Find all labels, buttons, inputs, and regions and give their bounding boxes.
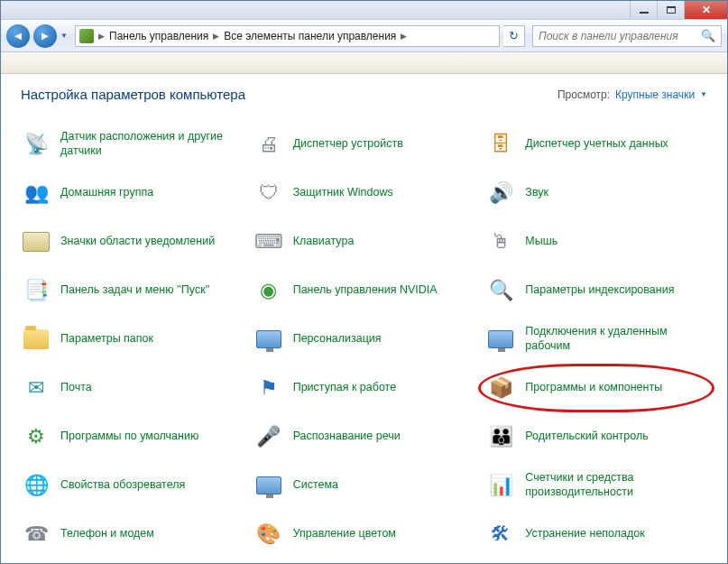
breadcrumb[interactable]: ▶ Панель управления ▶ Все элементы панел… — [75, 25, 500, 47]
cp-item-icon: ✉ — [21, 373, 51, 403]
cp-item-icon — [253, 470, 284, 501]
breadcrumb-item[interactable]: Панель управления — [109, 30, 208, 42]
cp-item[interactable]: 🗄Диспетчер учетных данных — [485, 127, 707, 162]
cp-item-icon: ⚑ — [253, 373, 284, 403]
cp-item-icon: 🛡 — [253, 178, 284, 208]
cp-item-label: Параметры индексирования — [525, 283, 674, 298]
cp-item-label: Подключения к удаленным рабочим — [525, 325, 707, 353]
cp-item-label: Звук — [525, 186, 548, 200]
chevron-right-icon: ▶ — [98, 32, 105, 41]
cp-item[interactable]: 📊Счетчики и средства производительности — [485, 468, 707, 503]
cp-item-icon: 🎤 — [253, 421, 284, 452]
cp-item[interactable]: 🌐Свойства обозревателя — [21, 468, 243, 503]
cp-item-icon: ⌨ — [253, 227, 284, 257]
cp-item[interactable]: 👪Родительский контроль — [485, 420, 707, 454]
cp-item[interactable]: 🔍Параметры индексирования — [485, 273, 707, 308]
cp-item[interactable]: Персонализация — [253, 322, 475, 356]
search-input[interactable] — [539, 30, 697, 42]
nav-forward-button[interactable]: ► — [33, 24, 57, 48]
cp-item-icon: 🖱 — [485, 227, 516, 257]
cp-item[interactable]: ☎Телефон и модем — [21, 517, 243, 551]
cp-item-icon — [21, 227, 51, 257]
cp-item[interactable]: Значки области уведомлений — [21, 225, 243, 259]
chevron-right-icon: ▶ — [213, 32, 219, 41]
cp-item[interactable]: ◉Панель управления NVIDIA — [253, 273, 475, 308]
cp-item-label: Домашняя группа — [60, 186, 153, 200]
close-icon: ✕ — [702, 5, 711, 15]
cp-item-label: Система — [293, 478, 338, 493]
titlebar: ✕ — [1, 1, 727, 20]
view-by-selector[interactable]: Просмотр: Крупные значки ▼ — [558, 88, 707, 101]
cp-item[interactable]: 🛡Защитник Windows — [253, 176, 475, 210]
cp-item[interactable]: Подключения к удаленным рабочим — [485, 322, 707, 356]
cp-item-label: Программы и компоненты — [525, 381, 662, 395]
cp-item[interactable]: 📑Панель задач и меню ''Пуск'' — [21, 273, 243, 308]
cp-item[interactable]: 🖨Диспетчер устройств — [253, 127, 475, 162]
cp-item-icon: 👪 — [485, 421, 516, 452]
cp-item-label: Распознавание речи — [293, 430, 401, 444]
cp-item-label: Почта — [60, 381, 92, 395]
search-icon: 🔍 — [701, 29, 715, 42]
cp-item[interactable]: ⚑Приступая к работе — [253, 371, 475, 405]
maximize-button[interactable] — [657, 1, 684, 19]
cp-item-icon: ☎ — [21, 519, 51, 550]
cp-item[interactable]: 📡Датчик расположения и другие датчики — [21, 127, 243, 162]
cp-item-label: Панель управления NVIDIA — [293, 283, 438, 298]
cp-item-icon: ⚙ — [21, 421, 51, 452]
breadcrumb-item[interactable]: Все элементы панели управления — [224, 30, 396, 42]
cp-item-icon: 🔍 — [485, 275, 516, 306]
cp-item-label: Приступая к работе — [293, 381, 396, 395]
cp-item-label: Свойства обозревателя — [60, 478, 185, 493]
cp-item-icon: 📡 — [21, 129, 51, 160]
cp-item[interactable]: ⚙Программы по умолчанию — [21, 420, 243, 454]
page-title: Настройка параметров компьютера — [21, 87, 245, 102]
cp-item-label: Персонализация — [293, 332, 382, 347]
cp-item-label: Диспетчер устройств — [293, 137, 403, 152]
navbar: ◄ ► ▼ ▶ Панель управления ▶ Все элементы… — [1, 20, 727, 52]
search-box[interactable]: 🔍 — [532, 25, 722, 47]
cp-item-icon — [21, 324, 51, 355]
cp-item-label: Датчик расположения и другие датчики — [60, 130, 243, 158]
cp-item-icon: 🔊 — [485, 178, 516, 208]
cp-item-label: Защитник Windows — [293, 186, 393, 200]
cp-item-label: Родительский контроль — [525, 430, 648, 444]
cp-item[interactable]: 🛠Устранение неполадок — [485, 517, 707, 551]
cp-item[interactable]: 👥Домашняя группа — [21, 176, 243, 210]
cp-item[interactable]: 🔊Звук — [485, 176, 707, 210]
cp-item-icon: 👥 — [21, 178, 51, 208]
cp-item-label: Управление цветом — [293, 527, 396, 541]
view-by-value[interactable]: Крупные значки — [615, 88, 695, 101]
cp-item-icon: 🛠 — [485, 519, 516, 550]
chevron-right-icon: ▶ — [401, 32, 407, 41]
cp-item-label: Диспетчер учетных данных — [525, 137, 668, 152]
cp-item-icon: 📊 — [485, 470, 516, 501]
cp-item[interactable]: 🎨Управление цветом — [253, 517, 475, 551]
cp-item-label: Панель задач и меню ''Пуск'' — [60, 283, 209, 298]
minimize-button[interactable] — [630, 1, 657, 19]
cp-item[interactable]: ⌨Клавиатура — [253, 225, 475, 259]
cp-item[interactable]: 📦Программы и компоненты — [485, 371, 707, 405]
chevron-down-icon: ▼ — [700, 90, 707, 98]
cp-item-icon: ◉ — [253, 275, 284, 306]
close-button[interactable]: ✕ — [684, 1, 727, 19]
cp-item[interactable]: 🎤Распознавание речи — [253, 420, 475, 454]
cp-item[interactable]: Параметры папок — [21, 322, 243, 356]
cp-item-icon: 🗄 — [485, 129, 516, 160]
refresh-button[interactable]: ↻ — [503, 25, 525, 47]
cp-item[interactable]: ✉Почта — [21, 371, 243, 405]
control-panel-window: ✕ ◄ ► ▼ ▶ Панель управления ▶ Все элемен… — [0, 0, 728, 564]
cp-item-icon — [253, 324, 284, 355]
content-header: Настройка параметров компьютера Просмотр… — [21, 87, 707, 102]
cp-item[interactable]: Система — [253, 468, 475, 503]
cp-item-label: Телефон и модем — [60, 527, 154, 541]
nav-history-dropdown[interactable]: ▼ — [60, 32, 71, 40]
cp-item-label: Программы по умолчанию — [60, 430, 198, 444]
toolbar — [1, 52, 727, 74]
cp-item-icon: 📦 — [485, 373, 516, 403]
nav-back-button[interactable]: ◄ — [6, 24, 30, 48]
cp-item-icon: 🎨 — [253, 519, 284, 550]
cp-item-label: Значки области уведомлений — [60, 235, 215, 249]
cp-item-label: Счетчики и средства производительности — [525, 471, 707, 499]
cp-item-label: Параметры папок — [60, 332, 153, 347]
cp-item[interactable]: 🖱Мышь — [485, 225, 707, 259]
